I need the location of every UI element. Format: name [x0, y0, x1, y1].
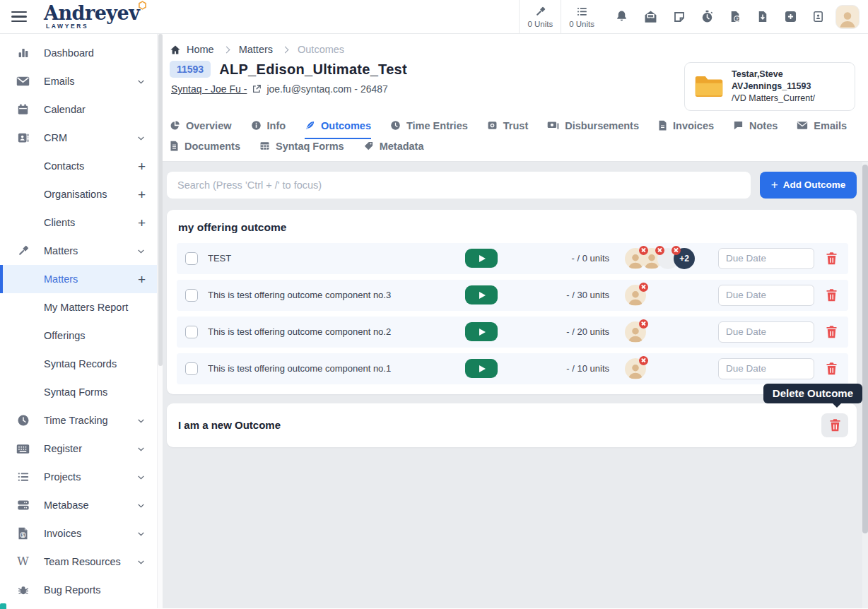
- due-date-input[interactable]: [718, 358, 814, 379]
- inbox-icon[interactable]: [643, 10, 658, 23]
- contact-card-icon[interactable]: [812, 10, 824, 23]
- new-outcome-title: I am a new Outcome: [178, 419, 281, 431]
- play-button[interactable]: [465, 322, 498, 341]
- delete-row-button[interactable]: [824, 251, 839, 266]
- due-date-input[interactable]: [718, 248, 814, 269]
- brand-logo: Andreyev LAWYERS: [44, 4, 139, 30]
- content-area: Add Outcome my offering outcome TEST - /…: [163, 162, 862, 608]
- units-counter-label: 0 Units: [527, 20, 553, 28]
- client-link[interactable]: Syntaq - Joe Fu -: [171, 83, 247, 95]
- remove-assignee-icon[interactable]: [639, 246, 648, 255]
- sidebar-item-crm[interactable]: CRM: [0, 124, 157, 152]
- sidebar-item-matters-sub[interactable]: Matters: [0, 265, 157, 293]
- tab-syntaq-forms[interactable]: Syntaq Forms: [259, 141, 344, 160]
- sidebar-item-my-matters-report[interactable]: My Matters Report: [0, 293, 157, 321]
- remove-assignee-icon[interactable]: [671, 246, 681, 255]
- remove-assignee-icon[interactable]: [639, 356, 648, 365]
- sidebar-item-clients[interactable]: Clients: [0, 208, 157, 237]
- assignee-avatar[interactable]: [625, 285, 646, 306]
- assignee-avatars: +2: [625, 248, 708, 269]
- sidebar-item-offerings[interactable]: Offerings: [0, 321, 157, 350]
- play-button[interactable]: [465, 249, 498, 268]
- hamburger-menu-icon[interactable]: [11, 11, 27, 23]
- sidebar-item-register[interactable]: Register: [0, 434, 157, 463]
- file-question-icon[interactable]: ?: [729, 10, 741, 23]
- row-checkbox[interactable]: [185, 326, 198, 338]
- delete-outcome-button[interactable]: [821, 413, 848, 437]
- tab-info[interactable]: Info: [251, 120, 286, 139]
- assignee-avatars: [625, 285, 708, 306]
- sidebar-item-label: Offerings: [44, 330, 86, 341]
- external-link-icon[interactable]: [252, 84, 262, 94]
- tab-time-entries[interactable]: Time Entries: [390, 120, 468, 139]
- file-download-icon[interactable]: [756, 10, 769, 23]
- sidebar-item-team-resources[interactable]: W Team Resources: [0, 548, 157, 576]
- delete-row-button[interactable]: [824, 288, 839, 302]
- sidebar-item-time-tracking[interactable]: Time Tracking: [0, 406, 157, 434]
- row-checkbox[interactable]: [185, 362, 198, 375]
- sidebar-item-matters[interactable]: Matters: [0, 237, 157, 265]
- sidebar-item-invoices[interactable]: $ Invoices: [0, 519, 157, 548]
- bell-icon[interactable]: [615, 10, 628, 23]
- delete-row-button[interactable]: [824, 361, 839, 376]
- database-icon: [16, 499, 30, 511]
- client-contact-text: joe.fu@syntaq.com - 26487: [266, 83, 387, 95]
- stopwatch-icon[interactable]: [700, 10, 714, 23]
- assignee-avatar[interactable]: [625, 321, 646, 343]
- plus-icon[interactable]: [138, 160, 146, 173]
- assignee-avatar[interactable]: [625, 358, 646, 379]
- row-checkbox[interactable]: [185, 252, 198, 265]
- breadcrumb-matters[interactable]: Matters: [239, 44, 273, 55]
- gavel-icon: [16, 244, 30, 257]
- sidebar-item-projects[interactable]: Projects: [0, 463, 157, 491]
- due-date-input[interactable]: [718, 285, 814, 306]
- add-square-icon[interactable]: [784, 10, 797, 23]
- note-icon[interactable]: [673, 11, 686, 23]
- clock-icon: [390, 120, 401, 131]
- plus-icon[interactable]: [138, 188, 146, 201]
- tab-disbursements[interactable]: Disbursements: [547, 120, 639, 139]
- sidebar-item-calendar[interactable]: Calendar: [0, 95, 157, 124]
- play-button[interactable]: [465, 285, 498, 304]
- tab-metadata[interactable]: Metadata: [363, 141, 424, 160]
- sidebar-item-dashboard[interactable]: Dashboard: [0, 39, 157, 67]
- tab-label: Emails: [814, 120, 847, 131]
- tab-invoices[interactable]: Invoices: [658, 120, 714, 139]
- delete-row-button[interactable]: [824, 324, 839, 339]
- remove-assignee-icon[interactable]: [639, 319, 648, 329]
- tab-documents[interactable]: Documents: [170, 141, 240, 160]
- brand-subtitle: LAWYERS: [46, 23, 139, 30]
- plus-icon[interactable]: [138, 273, 146, 286]
- breadcrumb-home[interactable]: Home: [170, 44, 214, 55]
- due-date-input[interactable]: [718, 321, 814, 343]
- remove-assignee-icon[interactable]: [639, 283, 648, 292]
- sidebar-item-metabase[interactable]: Metabase: [0, 491, 157, 519]
- sidebar-item-contacts[interactable]: Contacts: [0, 152, 157, 180]
- matter-folder-card[interactable]: Testar,Steve AVJennings_11593 /VD Matter…: [684, 62, 855, 111]
- search-input[interactable]: [167, 172, 751, 199]
- task-units-counter[interactable]: 0 Units: [561, 0, 602, 33]
- main-scrollbar[interactable]: [862, 162, 868, 608]
- sidebar-item-syntaq-forms[interactable]: Syntaq Forms: [0, 378, 157, 406]
- sidebar-scrollbar[interactable]: [157, 34, 163, 608]
- play-button[interactable]: [465, 359, 498, 378]
- chevron-down-icon: [136, 557, 146, 567]
- remove-assignee-icon[interactable]: [655, 246, 664, 255]
- tab-label: Metadata: [380, 141, 424, 152]
- sidebar-item-organisations[interactable]: Organisations: [0, 180, 157, 208]
- row-checkbox[interactable]: [185, 289, 198, 302]
- sidebar-item-syntaq-records[interactable]: Syntaq Records: [0, 350, 157, 378]
- user-avatar[interactable]: [835, 5, 860, 29]
- calendar-icon: [16, 103, 30, 116]
- tab-outcomes[interactable]: Outcomes: [305, 120, 371, 139]
- plus-icon[interactable]: [138, 216, 146, 230]
- tab-overview[interactable]: Overview: [170, 120, 232, 139]
- tab-emails[interactable]: Emails: [797, 120, 847, 139]
- matter-units-counter[interactable]: 0 Units: [519, 0, 561, 33]
- units-counter-label: 0 Units: [569, 20, 594, 28]
- sidebar-item-emails[interactable]: Emails: [0, 67, 157, 95]
- sidebar-item-bug-reports[interactable]: Bug Reports: [0, 576, 157, 604]
- tab-trust[interactable]: Trust: [487, 120, 528, 139]
- add-outcome-button[interactable]: Add Outcome: [760, 172, 857, 199]
- tab-notes[interactable]: Notes: [733, 120, 778, 139]
